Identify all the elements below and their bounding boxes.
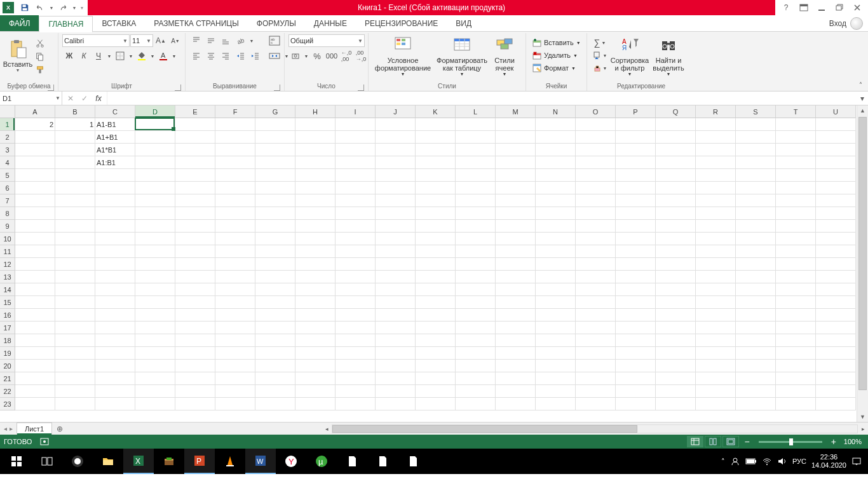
cell[interactable]	[175, 118, 215, 131]
cell[interactable]	[255, 398, 295, 410]
cell[interactable]	[536, 296, 576, 309]
conditional-formatting-button[interactable]: Условное форматирование▼	[372, 34, 433, 78]
cell[interactable]	[456, 372, 496, 385]
cell[interactable]	[816, 398, 856, 410]
cell[interactable]	[456, 334, 496, 347]
cell[interactable]	[135, 131, 175, 144]
cell[interactable]	[656, 372, 696, 385]
scroll-up-icon[interactable]: ▲	[857, 105, 868, 116]
tab-home[interactable]: ГЛАВНАЯ	[39, 16, 93, 32]
cell[interactable]	[816, 360, 856, 372]
cell[interactable]	[776, 131, 816, 144]
cell[interactable]	[776, 398, 816, 410]
taskbar-excel-icon[interactable]: X	[123, 449, 154, 474]
cell[interactable]	[15, 182, 55, 194]
cell[interactable]	[456, 169, 496, 182]
cell[interactable]	[496, 372, 536, 385]
bold-button[interactable]: Ж	[62, 50, 76, 62]
cell[interactable]: 1	[55, 118, 95, 131]
cell[interactable]	[576, 258, 616, 271]
cell[interactable]	[816, 347, 856, 360]
column-header[interactable]: I	[336, 105, 376, 118]
cell[interactable]	[616, 347, 656, 360]
column-header[interactable]: J	[376, 105, 416, 118]
cell[interactable]	[816, 385, 856, 398]
cell[interactable]	[736, 258, 776, 271]
delete-cells-button[interactable]: Удалить▼	[530, 50, 580, 61]
cell[interactable]	[736, 207, 776, 220]
cell[interactable]	[456, 182, 496, 194]
cell[interactable]	[736, 385, 776, 398]
cell[interactable]	[776, 207, 816, 220]
cell[interactable]	[536, 156, 576, 169]
sheet-tab[interactable]: Лист1	[17, 423, 52, 435]
cell[interactable]	[215, 194, 255, 207]
cell[interactable]	[456, 322, 496, 334]
cell[interactable]	[376, 245, 416, 258]
cell[interactable]	[336, 372, 376, 385]
cell[interactable]	[336, 271, 376, 283]
cell[interactable]	[336, 118, 376, 131]
cell[interactable]	[576, 118, 616, 131]
cell[interactable]	[496, 347, 536, 360]
cell[interactable]	[135, 169, 175, 182]
taskbar-doc-1[interactable]	[337, 449, 367, 474]
cell[interactable]	[576, 271, 616, 283]
zoom-slider-thumb[interactable]	[789, 438, 793, 445]
taskbar-vlc-icon[interactable]	[215, 449, 245, 474]
cell[interactable]	[816, 220, 856, 233]
cell[interactable]	[295, 322, 336, 334]
cell[interactable]	[696, 271, 736, 283]
name-box[interactable]: D1▼	[0, 92, 62, 105]
cell[interactable]	[175, 156, 215, 169]
cell[interactable]	[95, 194, 135, 207]
cell[interactable]	[776, 360, 816, 372]
font-launcher-icon[interactable]	[175, 85, 181, 91]
cell[interactable]	[656, 360, 696, 372]
save-icon[interactable]	[18, 1, 32, 15]
cell[interactable]	[215, 245, 255, 258]
cell[interactable]	[95, 245, 135, 258]
cell[interactable]	[255, 156, 295, 169]
cell[interactable]	[536, 385, 576, 398]
cell[interactable]	[55, 398, 95, 410]
underline-dropdown[interactable]: ▼	[106, 50, 112, 62]
cell[interactable]	[416, 233, 456, 245]
cell[interactable]	[295, 169, 336, 182]
cell[interactable]	[456, 245, 496, 258]
cell[interactable]	[576, 182, 616, 194]
collapse-ribbon-icon[interactable]: ˄	[855, 79, 865, 90]
cell[interactable]	[175, 258, 215, 271]
normal-view-icon[interactable]	[687, 436, 703, 447]
cell[interactable]	[376, 258, 416, 271]
borders-dropdown[interactable]: ▼	[128, 50, 134, 62]
row-header[interactable]: 8	[0, 207, 15, 220]
scroll-right-icon[interactable]: ▸	[858, 426, 868, 432]
cell[interactable]	[175, 347, 215, 360]
cell[interactable]	[15, 156, 55, 169]
qat-customize-icon[interactable]: ▼	[79, 1, 85, 15]
row-header[interactable]: 22	[0, 385, 15, 398]
cell[interactable]	[576, 207, 616, 220]
cell[interactable]	[416, 372, 456, 385]
cell[interactable]	[95, 169, 135, 182]
cell[interactable]	[736, 283, 776, 296]
tray-clock[interactable]: 22:3614.04.2020	[811, 453, 846, 470]
cell[interactable]	[776, 372, 816, 385]
cell[interactable]	[15, 220, 55, 233]
cell[interactable]	[696, 169, 736, 182]
cell[interactable]	[616, 131, 656, 144]
undo-icon[interactable]	[33, 1, 47, 15]
cell[interactable]	[656, 207, 696, 220]
align-top-icon[interactable]	[189, 34, 203, 47]
cell[interactable]	[656, 334, 696, 347]
formula-bar[interactable]	[107, 92, 857, 105]
select-all-corner[interactable]	[0, 105, 15, 118]
page-layout-view-icon[interactable]	[705, 436, 721, 447]
cell[interactable]	[816, 309, 856, 322]
align-bottom-icon[interactable]	[219, 34, 233, 47]
cell[interactable]	[175, 372, 215, 385]
cell[interactable]	[295, 347, 336, 360]
cell[interactable]	[616, 156, 656, 169]
font-name-select[interactable]: Calibri▼	[62, 34, 130, 47]
